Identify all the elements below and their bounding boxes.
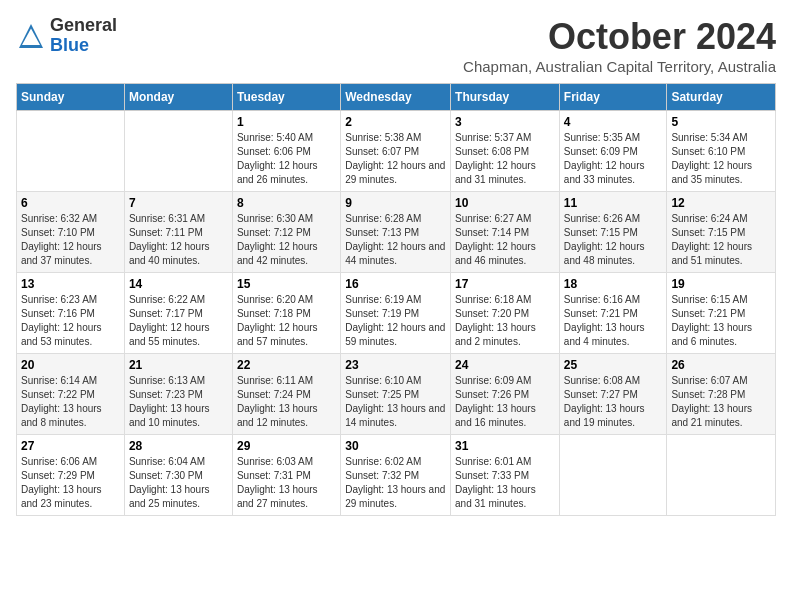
logo-blue-text: Blue: [50, 36, 117, 56]
calendar-week-row: 1Sunrise: 5:40 AM Sunset: 6:06 PM Daylig…: [17, 111, 776, 192]
calendar-week-row: 27Sunrise: 6:06 AM Sunset: 7:29 PM Dayli…: [17, 435, 776, 516]
calendar-cell: 28Sunrise: 6:04 AM Sunset: 7:30 PM Dayli…: [124, 435, 232, 516]
calendar-cell: 18Sunrise: 6:16 AM Sunset: 7:21 PM Dayli…: [559, 273, 667, 354]
calendar-cell: 10Sunrise: 6:27 AM Sunset: 7:14 PM Dayli…: [451, 192, 560, 273]
calendar-cell: 3Sunrise: 5:37 AM Sunset: 6:08 PM Daylig…: [451, 111, 560, 192]
day-info: Sunrise: 6:31 AM Sunset: 7:11 PM Dayligh…: [129, 212, 228, 268]
logo-general-text: General: [50, 16, 117, 36]
day-number: 13: [21, 277, 120, 291]
calendar-cell: [667, 435, 776, 516]
day-info: Sunrise: 6:32 AM Sunset: 7:10 PM Dayligh…: [21, 212, 120, 268]
calendar-cell: 24Sunrise: 6:09 AM Sunset: 7:26 PM Dayli…: [451, 354, 560, 435]
day-number: 16: [345, 277, 446, 291]
calendar-cell: 9Sunrise: 6:28 AM Sunset: 7:13 PM Daylig…: [341, 192, 451, 273]
calendar-header-saturday: Saturday: [667, 84, 776, 111]
logo-text: General Blue: [50, 16, 117, 56]
calendar-header-monday: Monday: [124, 84, 232, 111]
calendar-cell: [559, 435, 667, 516]
calendar-week-row: 20Sunrise: 6:14 AM Sunset: 7:22 PM Dayli…: [17, 354, 776, 435]
day-info: Sunrise: 5:35 AM Sunset: 6:09 PM Dayligh…: [564, 131, 663, 187]
day-number: 31: [455, 439, 555, 453]
day-info: Sunrise: 6:07 AM Sunset: 7:28 PM Dayligh…: [671, 374, 771, 430]
calendar-cell: 23Sunrise: 6:10 AM Sunset: 7:25 PM Dayli…: [341, 354, 451, 435]
day-info: Sunrise: 6:13 AM Sunset: 7:23 PM Dayligh…: [129, 374, 228, 430]
day-info: Sunrise: 6:22 AM Sunset: 7:17 PM Dayligh…: [129, 293, 228, 349]
day-info: Sunrise: 6:04 AM Sunset: 7:30 PM Dayligh…: [129, 455, 228, 511]
day-info: Sunrise: 5:40 AM Sunset: 6:06 PM Dayligh…: [237, 131, 336, 187]
day-info: Sunrise: 6:08 AM Sunset: 7:27 PM Dayligh…: [564, 374, 663, 430]
day-number: 18: [564, 277, 663, 291]
day-info: Sunrise: 6:02 AM Sunset: 7:32 PM Dayligh…: [345, 455, 446, 511]
header: General Blue October 2024 Chapman, Austr…: [16, 16, 776, 75]
calendar-cell: 17Sunrise: 6:18 AM Sunset: 7:20 PM Dayli…: [451, 273, 560, 354]
calendar-week-row: 13Sunrise: 6:23 AM Sunset: 7:16 PM Dayli…: [17, 273, 776, 354]
day-info: Sunrise: 5:37 AM Sunset: 6:08 PM Dayligh…: [455, 131, 555, 187]
calendar-cell: 30Sunrise: 6:02 AM Sunset: 7:32 PM Dayli…: [341, 435, 451, 516]
day-number: 28: [129, 439, 228, 453]
day-number: 5: [671, 115, 771, 129]
day-number: 26: [671, 358, 771, 372]
calendar-header-wednesday: Wednesday: [341, 84, 451, 111]
day-info: Sunrise: 6:11 AM Sunset: 7:24 PM Dayligh…: [237, 374, 336, 430]
day-info: Sunrise: 6:19 AM Sunset: 7:19 PM Dayligh…: [345, 293, 446, 349]
calendar-cell: 26Sunrise: 6:07 AM Sunset: 7:28 PM Dayli…: [667, 354, 776, 435]
day-number: 19: [671, 277, 771, 291]
day-info: Sunrise: 6:24 AM Sunset: 7:15 PM Dayligh…: [671, 212, 771, 268]
calendar-table: SundayMondayTuesdayWednesdayThursdayFrid…: [16, 83, 776, 516]
calendar-cell: 5Sunrise: 5:34 AM Sunset: 6:10 PM Daylig…: [667, 111, 776, 192]
day-number: 23: [345, 358, 446, 372]
calendar-header-friday: Friday: [559, 84, 667, 111]
day-number: 21: [129, 358, 228, 372]
day-number: 7: [129, 196, 228, 210]
day-number: 4: [564, 115, 663, 129]
day-info: Sunrise: 6:06 AM Sunset: 7:29 PM Dayligh…: [21, 455, 120, 511]
location-title: Chapman, Australian Capital Territory, A…: [463, 58, 776, 75]
logo-icon: [16, 21, 46, 51]
day-info: Sunrise: 6:01 AM Sunset: 7:33 PM Dayligh…: [455, 455, 555, 511]
day-number: 12: [671, 196, 771, 210]
day-number: 6: [21, 196, 120, 210]
calendar-cell: 14Sunrise: 6:22 AM Sunset: 7:17 PM Dayli…: [124, 273, 232, 354]
day-number: 29: [237, 439, 336, 453]
calendar-cell: 11Sunrise: 6:26 AM Sunset: 7:15 PM Dayli…: [559, 192, 667, 273]
calendar-cell: 25Sunrise: 6:08 AM Sunset: 7:27 PM Dayli…: [559, 354, 667, 435]
calendar-body: 1Sunrise: 5:40 AM Sunset: 6:06 PM Daylig…: [17, 111, 776, 516]
day-number: 2: [345, 115, 446, 129]
calendar-cell: 21Sunrise: 6:13 AM Sunset: 7:23 PM Dayli…: [124, 354, 232, 435]
calendar-cell: 4Sunrise: 5:35 AM Sunset: 6:09 PM Daylig…: [559, 111, 667, 192]
calendar-header-row: SundayMondayTuesdayWednesdayThursdayFrid…: [17, 84, 776, 111]
day-number: 3: [455, 115, 555, 129]
calendar-cell: [124, 111, 232, 192]
day-number: 20: [21, 358, 120, 372]
day-info: Sunrise: 6:27 AM Sunset: 7:14 PM Dayligh…: [455, 212, 555, 268]
day-number: 25: [564, 358, 663, 372]
title-section: October 2024 Chapman, Australian Capital…: [463, 16, 776, 75]
calendar-cell: 19Sunrise: 6:15 AM Sunset: 7:21 PM Dayli…: [667, 273, 776, 354]
calendar-cell: 27Sunrise: 6:06 AM Sunset: 7:29 PM Dayli…: [17, 435, 125, 516]
calendar-cell: 13Sunrise: 6:23 AM Sunset: 7:16 PM Dayli…: [17, 273, 125, 354]
month-title: October 2024: [463, 16, 776, 58]
calendar-cell: 8Sunrise: 6:30 AM Sunset: 7:12 PM Daylig…: [232, 192, 340, 273]
day-number: 24: [455, 358, 555, 372]
day-info: Sunrise: 6:23 AM Sunset: 7:16 PM Dayligh…: [21, 293, 120, 349]
day-info: Sunrise: 6:18 AM Sunset: 7:20 PM Dayligh…: [455, 293, 555, 349]
day-number: 11: [564, 196, 663, 210]
calendar-cell: 22Sunrise: 6:11 AM Sunset: 7:24 PM Dayli…: [232, 354, 340, 435]
day-number: 1: [237, 115, 336, 129]
day-info: Sunrise: 6:30 AM Sunset: 7:12 PM Dayligh…: [237, 212, 336, 268]
day-info: Sunrise: 6:26 AM Sunset: 7:15 PM Dayligh…: [564, 212, 663, 268]
day-info: Sunrise: 6:14 AM Sunset: 7:22 PM Dayligh…: [21, 374, 120, 430]
calendar-cell: 16Sunrise: 6:19 AM Sunset: 7:19 PM Dayli…: [341, 273, 451, 354]
calendar-cell: 12Sunrise: 6:24 AM Sunset: 7:15 PM Dayli…: [667, 192, 776, 273]
day-info: Sunrise: 6:16 AM Sunset: 7:21 PM Dayligh…: [564, 293, 663, 349]
day-number: 14: [129, 277, 228, 291]
calendar-cell: [17, 111, 125, 192]
logo: General Blue: [16, 16, 117, 56]
calendar-cell: 20Sunrise: 6:14 AM Sunset: 7:22 PM Dayli…: [17, 354, 125, 435]
day-info: Sunrise: 6:20 AM Sunset: 7:18 PM Dayligh…: [237, 293, 336, 349]
day-info: Sunrise: 5:38 AM Sunset: 6:07 PM Dayligh…: [345, 131, 446, 187]
day-number: 9: [345, 196, 446, 210]
calendar-header-thursday: Thursday: [451, 84, 560, 111]
day-info: Sunrise: 6:15 AM Sunset: 7:21 PM Dayligh…: [671, 293, 771, 349]
calendar-cell: 6Sunrise: 6:32 AM Sunset: 7:10 PM Daylig…: [17, 192, 125, 273]
